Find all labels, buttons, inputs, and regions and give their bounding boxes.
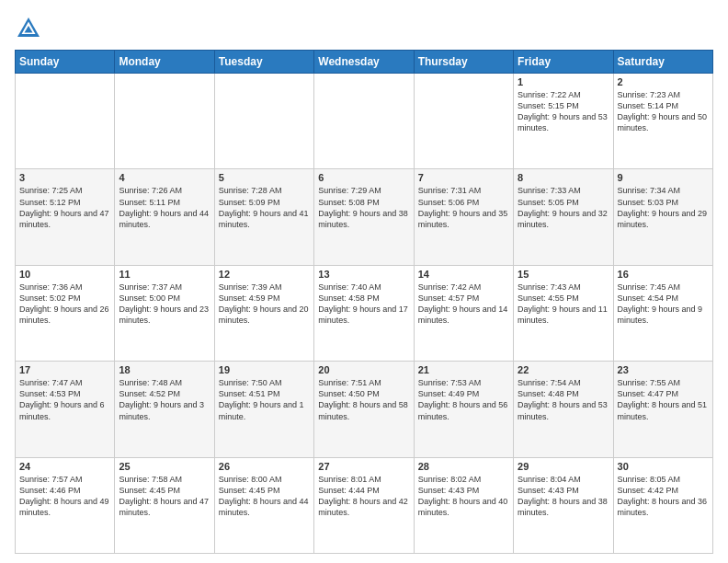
calendar-cell: 18Sunrise: 7:48 AM Sunset: 4:52 PM Dayli… <box>115 362 214 457</box>
day-info: Sunrise: 7:29 AM Sunset: 5:08 PM Dayligh… <box>318 185 409 230</box>
day-number: 22 <box>518 364 609 375</box>
day-header-friday: Friday <box>514 51 613 74</box>
day-number: 3 <box>19 172 110 183</box>
calendar-cell: 13Sunrise: 7:40 AM Sunset: 4:58 PM Dayli… <box>314 265 414 361</box>
day-info: Sunrise: 7:50 AM Sunset: 4:51 PM Dayligh… <box>219 377 310 422</box>
calendar-cell: 28Sunrise: 8:02 AM Sunset: 4:43 PM Dayli… <box>414 457 513 553</box>
day-number: 29 <box>518 461 609 472</box>
day-number: 11 <box>119 269 210 280</box>
day-header-thursday: Thursday <box>414 51 513 74</box>
day-info: Sunrise: 8:00 AM Sunset: 4:45 PM Dayligh… <box>219 474 310 519</box>
day-number: 17 <box>19 364 110 375</box>
day-info: Sunrise: 7:58 AM Sunset: 4:45 PM Dayligh… <box>119 474 210 519</box>
day-info: Sunrise: 8:05 AM Sunset: 4:42 PM Dayligh… <box>618 474 709 519</box>
day-info: Sunrise: 7:37 AM Sunset: 5:00 PM Dayligh… <box>119 282 210 327</box>
day-number: 13 <box>318 269 409 280</box>
day-info: Sunrise: 7:42 AM Sunset: 4:57 PM Dayligh… <box>418 282 509 327</box>
calendar-cell: 19Sunrise: 7:50 AM Sunset: 4:51 PM Dayli… <box>214 362 313 457</box>
page: SundayMondayTuesdayWednesdayThursdayFrid… <box>0 0 728 563</box>
calendar-cell: 10Sunrise: 7:36 AM Sunset: 5:02 PM Dayli… <box>16 265 115 361</box>
calendar-cell: 6Sunrise: 7:29 AM Sunset: 5:08 PM Daylig… <box>314 169 414 265</box>
day-header-sunday: Sunday <box>16 51 115 74</box>
calendar-cell <box>16 74 115 169</box>
calendar-week-5: 24Sunrise: 7:57 AM Sunset: 4:46 PM Dayli… <box>16 457 713 553</box>
day-info: Sunrise: 7:28 AM Sunset: 5:09 PM Dayligh… <box>219 185 310 230</box>
day-info: Sunrise: 7:25 AM Sunset: 5:12 PM Dayligh… <box>19 185 110 230</box>
day-info: Sunrise: 7:40 AM Sunset: 4:58 PM Dayligh… <box>318 282 409 327</box>
day-number: 18 <box>119 364 210 375</box>
day-info: Sunrise: 7:54 AM Sunset: 4:48 PM Dayligh… <box>518 377 609 422</box>
day-info: Sunrise: 7:43 AM Sunset: 4:55 PM Dayligh… <box>518 282 609 327</box>
day-header-tuesday: Tuesday <box>214 51 313 74</box>
calendar-cell: 15Sunrise: 7:43 AM Sunset: 4:55 PM Dayli… <box>514 265 613 361</box>
calendar-header: SundayMondayTuesdayWednesdayThursdayFrid… <box>16 51 713 74</box>
day-info: Sunrise: 7:45 AM Sunset: 4:54 PM Dayligh… <box>618 282 709 327</box>
calendar-cell: 27Sunrise: 8:01 AM Sunset: 4:44 PM Dayli… <box>314 457 414 553</box>
calendar-cell: 25Sunrise: 7:58 AM Sunset: 4:45 PM Dayli… <box>115 457 214 553</box>
day-header-saturday: Saturday <box>613 51 712 74</box>
calendar-cell: 22Sunrise: 7:54 AM Sunset: 4:48 PM Dayli… <box>514 362 613 457</box>
day-info: Sunrise: 7:51 AM Sunset: 4:50 PM Dayligh… <box>318 377 409 422</box>
day-info: Sunrise: 8:02 AM Sunset: 4:43 PM Dayligh… <box>418 474 509 519</box>
day-number: 12 <box>219 269 310 280</box>
day-number: 15 <box>518 269 609 280</box>
day-number: 26 <box>219 461 310 472</box>
calendar-body: 1Sunrise: 7:22 AM Sunset: 5:15 PM Daylig… <box>16 74 713 554</box>
calendar-week-1: 1Sunrise: 7:22 AM Sunset: 5:15 PM Daylig… <box>16 74 713 169</box>
calendar-cell: 29Sunrise: 8:04 AM Sunset: 4:43 PM Dayli… <box>514 457 613 553</box>
logo <box>15 15 46 42</box>
day-number: 19 <box>219 364 310 375</box>
header-row: SundayMondayTuesdayWednesdayThursdayFrid… <box>16 51 713 74</box>
day-number: 9 <box>618 172 709 183</box>
day-info: Sunrise: 7:36 AM Sunset: 5:02 PM Dayligh… <box>19 282 110 327</box>
day-info: Sunrise: 7:53 AM Sunset: 4:49 PM Dayligh… <box>418 377 509 422</box>
day-info: Sunrise: 7:57 AM Sunset: 4:46 PM Dayligh… <box>19 474 110 519</box>
day-info: Sunrise: 7:23 AM Sunset: 5:14 PM Dayligh… <box>618 89 709 134</box>
calendar-week-4: 17Sunrise: 7:47 AM Sunset: 4:53 PM Dayli… <box>16 362 713 457</box>
day-info: Sunrise: 7:55 AM Sunset: 4:47 PM Dayligh… <box>618 377 709 422</box>
day-number: 4 <box>119 172 210 183</box>
header <box>15 15 713 42</box>
day-number: 16 <box>618 269 709 280</box>
calendar-cell: 26Sunrise: 8:00 AM Sunset: 4:45 PM Dayli… <box>214 457 313 553</box>
day-info: Sunrise: 7:48 AM Sunset: 4:52 PM Dayligh… <box>119 377 210 422</box>
calendar-cell: 16Sunrise: 7:45 AM Sunset: 4:54 PM Dayli… <box>613 265 712 361</box>
calendar-cell: 2Sunrise: 7:23 AM Sunset: 5:14 PM Daylig… <box>613 74 712 169</box>
calendar-cell: 1Sunrise: 7:22 AM Sunset: 5:15 PM Daylig… <box>514 74 613 169</box>
calendar-cell: 20Sunrise: 7:51 AM Sunset: 4:50 PM Dayli… <box>314 362 414 457</box>
day-info: Sunrise: 7:33 AM Sunset: 5:05 PM Dayligh… <box>518 185 609 230</box>
calendar-week-2: 3Sunrise: 7:25 AM Sunset: 5:12 PM Daylig… <box>16 169 713 265</box>
day-header-monday: Monday <box>115 51 214 74</box>
calendar-cell: 11Sunrise: 7:37 AM Sunset: 5:00 PM Dayli… <box>115 265 214 361</box>
day-number: 27 <box>318 461 409 472</box>
calendar-cell <box>414 74 513 169</box>
calendar-week-3: 10Sunrise: 7:36 AM Sunset: 5:02 PM Dayli… <box>16 265 713 361</box>
calendar-cell <box>115 74 214 169</box>
calendar-cell: 24Sunrise: 7:57 AM Sunset: 4:46 PM Dayli… <box>16 457 115 553</box>
calendar-cell: 5Sunrise: 7:28 AM Sunset: 5:09 PM Daylig… <box>214 169 313 265</box>
day-info: Sunrise: 7:34 AM Sunset: 5:03 PM Dayligh… <box>618 185 709 230</box>
day-info: Sunrise: 7:39 AM Sunset: 4:59 PM Dayligh… <box>219 282 310 327</box>
calendar-cell: 23Sunrise: 7:55 AM Sunset: 4:47 PM Dayli… <box>613 362 712 457</box>
day-number: 20 <box>318 364 409 375</box>
calendar-cell: 9Sunrise: 7:34 AM Sunset: 5:03 PM Daylig… <box>613 169 712 265</box>
day-number: 5 <box>219 172 310 183</box>
calendar-cell: 30Sunrise: 8:05 AM Sunset: 4:42 PM Dayli… <box>613 457 712 553</box>
day-info: Sunrise: 7:31 AM Sunset: 5:06 PM Dayligh… <box>418 185 509 230</box>
day-number: 30 <box>618 461 709 472</box>
calendar-cell <box>214 74 313 169</box>
calendar-cell <box>314 74 414 169</box>
day-number: 1 <box>518 76 609 87</box>
day-number: 14 <box>418 269 509 280</box>
day-info: Sunrise: 7:22 AM Sunset: 5:15 PM Dayligh… <box>518 89 609 134</box>
day-number: 21 <box>418 364 509 375</box>
calendar-cell: 8Sunrise: 7:33 AM Sunset: 5:05 PM Daylig… <box>514 169 613 265</box>
calendar-cell: 4Sunrise: 7:26 AM Sunset: 5:11 PM Daylig… <box>115 169 214 265</box>
day-number: 25 <box>119 461 210 472</box>
day-number: 8 <box>518 172 609 183</box>
calendar-cell: 12Sunrise: 7:39 AM Sunset: 4:59 PM Dayli… <box>214 265 313 361</box>
logo-icon <box>15 15 42 42</box>
day-number: 6 <box>318 172 409 183</box>
calendar-cell: 14Sunrise: 7:42 AM Sunset: 4:57 PM Dayli… <box>414 265 513 361</box>
day-number: 2 <box>618 76 709 87</box>
